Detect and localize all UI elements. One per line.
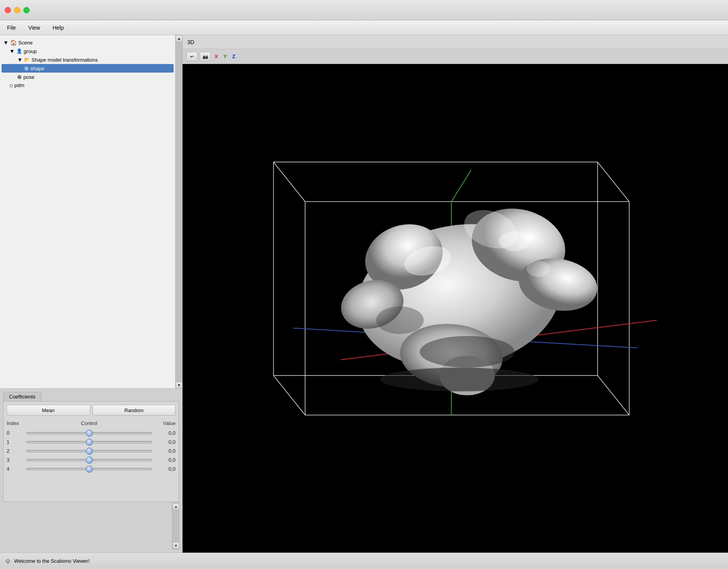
value-4: 0,0 <box>152 466 176 472</box>
index-3: 3 <box>7 457 26 463</box>
menu-help[interactable]: Help <box>50 24 66 32</box>
close-button[interactable] <box>5 7 11 13</box>
camera-icon: 📷 <box>202 54 208 59</box>
menubar: File View Help <box>0 20 728 35</box>
svg-point-26 <box>526 261 550 277</box>
status-icon: ☺ <box>5 558 11 565</box>
coefficients-panel: Coefficients Mean Random Index Control V… <box>0 389 182 553</box>
tree-item-pdm[interactable]: ◇ pdm <box>2 81 174 89</box>
pose-icon: ⊕ <box>17 74 22 80</box>
status-message: Welcome to the Scalismo Viewer! <box>14 558 89 564</box>
index-0: 0 <box>7 430 26 436</box>
slider-row-0: 0 0,0 <box>7 429 176 437</box>
slider-3[interactable] <box>26 459 152 461</box>
scroll-down-btn[interactable]: ▼ <box>176 382 183 389</box>
camera-button[interactable]: 📷 <box>200 52 211 61</box>
index-4: 4 <box>7 466 26 472</box>
tree-item-pose[interactable]: ⊕ pose <box>2 73 174 81</box>
tree-label-shape-model: Shape model transformations <box>32 57 98 63</box>
viewport-title: 3D <box>187 39 194 45</box>
svg-point-30 <box>380 368 538 391</box>
axis-x-button[interactable]: X <box>213 53 220 60</box>
undo-icon: ↩ <box>190 54 194 59</box>
col-index-header: Index <box>7 420 26 426</box>
scroll-track <box>176 42 182 382</box>
value-0: 0,0 <box>152 430 176 436</box>
right-panel: 3D ↩ 📷 X Y Z <box>183 35 728 553</box>
tree-label-shape: shape <box>30 66 44 71</box>
shape-icon: ⊕ <box>24 65 29 71</box>
value-3: 0,0 <box>152 457 176 463</box>
scroll-up-btn[interactable]: ▲ <box>176 35 183 42</box>
svg-point-28 <box>376 306 424 334</box>
coeff-scroll-track <box>172 510 179 542</box>
mean-button[interactable]: Mean <box>7 405 90 416</box>
slider-row-3: 3 0,0 <box>7 455 176 464</box>
svg-point-27 <box>420 336 515 368</box>
menu-view[interactable]: View <box>26 24 43 32</box>
tree-label-pdm: pdm <box>14 82 24 88</box>
random-button[interactable]: Random <box>92 405 176 416</box>
expand-icon: ▼ <box>3 39 9 46</box>
viewport-3d[interactable] <box>183 64 728 553</box>
tree-item-shape-model[interactable]: ▼ 📂 Shape model transformations <box>2 55 174 64</box>
index-1: 1 <box>7 439 26 445</box>
tree-item-shape[interactable]: ⊕ shape <box>2 64 174 73</box>
action-buttons: Mean Random <box>7 405 176 416</box>
slider-4[interactable] <box>26 468 152 470</box>
expand-icon-shape-model: ▼ <box>17 57 23 63</box>
coefficients-content: Mean Random Index Control Value 0 0,0 1 <box>3 401 179 502</box>
value-2: 0,0 <box>152 448 176 454</box>
slider-row-2: 2 0,0 <box>7 446 176 455</box>
tree-item-group[interactable]: ▼ 👤 group <box>2 47 174 55</box>
minimize-button[interactable] <box>14 7 20 13</box>
index-2: 2 <box>7 448 26 454</box>
viewport-header: 3D <box>183 35 728 49</box>
table-header: Index Control Value <box>7 420 176 427</box>
menu-file[interactable]: File <box>5 24 18 32</box>
folder-icon: 📂 <box>24 57 30 62</box>
traffic-lights <box>5 7 30 13</box>
slider-row-4: 4 0,0 <box>7 464 176 473</box>
pdm-icon: ◇ <box>9 83 13 88</box>
slider-1[interactable] <box>26 441 152 443</box>
tree-label-pose: pose <box>23 74 34 80</box>
group-icon: 👤 <box>16 48 22 54</box>
axis-z-button[interactable]: Z <box>231 53 237 60</box>
axis-y-button[interactable]: Y <box>222 53 229 60</box>
expand-icon-group: ▼ <box>9 48 15 54</box>
left-panel: ▼ 🏠 Scene ▼ 👤 group ▼ 📂 Shape model tran… <box>0 35 183 553</box>
scene-svg <box>183 64 728 553</box>
undo-button[interactable]: ↩ <box>186 52 197 61</box>
coeff-scroll-down[interactable]: ▼ <box>172 542 179 549</box>
slider-row-1: 1 0,0 <box>7 437 176 446</box>
tree-scrollbar[interactable]: ▲ ▼ <box>175 35 182 389</box>
slider-0[interactable] <box>26 432 152 434</box>
coeff-scroll-up[interactable]: ▲ <box>172 503 179 510</box>
scene-tree: ▼ 🏠 Scene ▼ 👤 group ▼ 📂 Shape model tran… <box>0 35 175 389</box>
viewport-toolbar: ↩ 📷 X Y Z <box>183 49 728 64</box>
col-control-header: Control <box>26 420 152 426</box>
tree-label-group: group <box>24 48 37 54</box>
titlebar <box>0 0 728 20</box>
coefficients-tab[interactable]: Coefficients <box>3 392 41 401</box>
scene-icon: 🏠 <box>10 39 17 46</box>
tree-item-scene[interactable]: ▼ 🏠 Scene <box>2 38 174 47</box>
tree-label-scene: Scene <box>18 40 33 46</box>
statusbar: ☺ Welcome to the Scalismo Viewer! <box>0 553 728 569</box>
slider-2[interactable] <box>26 450 152 452</box>
maximize-button[interactable] <box>23 7 30 13</box>
main-layout: ▼ 🏠 Scene ▼ 👤 group ▼ 📂 Shape model tran… <box>0 35 728 553</box>
value-1: 0,0 <box>152 439 176 445</box>
col-value-header: Value <box>152 420 176 426</box>
